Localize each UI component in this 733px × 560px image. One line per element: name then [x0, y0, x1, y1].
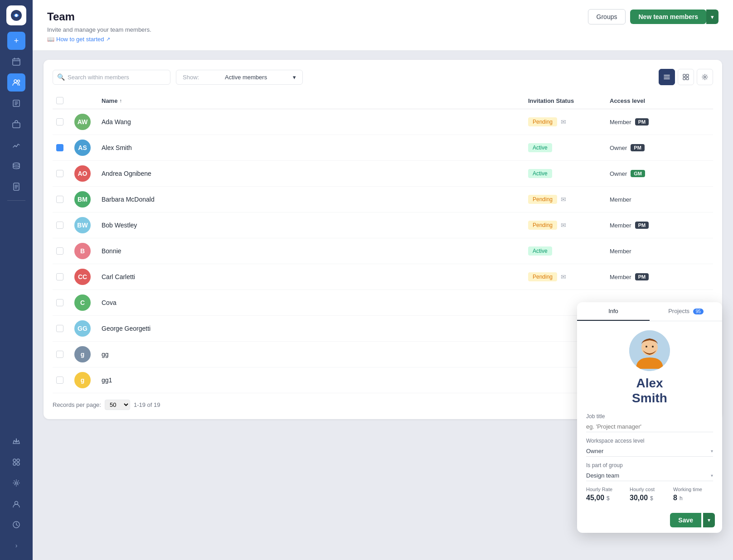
sidebar-item-crown[interactable] [7, 432, 25, 450]
select-all-checkbox[interactable] [56, 97, 74, 104]
table-settings-button[interactable] [697, 69, 713, 85]
sidebar-item-database[interactable] [7, 157, 25, 175]
row-invitation-status: Pending ✉ [528, 272, 610, 281]
row-member-name[interactable]: George Georgetti [102, 325, 528, 332]
sidebar-item-file[interactable] [7, 178, 25, 196]
row-avatar: AO [74, 165, 102, 182]
projects-count-badge: 95 [693, 309, 704, 314]
group-field: Is part of group Design team ▾ [586, 462, 713, 481]
new-team-members-button[interactable]: New team members [630, 10, 706, 24]
pending-badge: Pending [528, 221, 557, 230]
row-checkbox[interactable] [56, 170, 74, 177]
search-input[interactable] [53, 70, 170, 85]
row-avatar: C [74, 294, 102, 311]
sidebar-item-calendar[interactable] [7, 53, 25, 71]
row-member-name[interactable]: Cova [102, 299, 528, 306]
row-member-name[interactable]: Carl Carletti [102, 273, 528, 280]
hourly-cost-label: Hourly cost [630, 487, 670, 492]
show-filter[interactable]: Show: Active members ▾ [176, 70, 303, 85]
row-checkbox[interactable] [56, 247, 74, 255]
info-tab[interactable]: Info [577, 302, 650, 321]
row-invitation-status: Active [528, 169, 610, 178]
member-side-panel: Info Projects 95 [577, 302, 722, 533]
svg-point-7 [13, 163, 19, 165]
svg-rect-19 [686, 77, 689, 80]
group-select[interactable]: Design team ▾ [586, 470, 713, 481]
projects-tab[interactable]: Projects 95 [650, 302, 722, 321]
sidebar-item-expand[interactable]: › [7, 536, 25, 555]
row-invitation-status: Active [528, 143, 610, 152]
mail-icon[interactable]: ✉ [561, 118, 566, 126]
workspace-access-select[interactable]: Owner ▾ [586, 446, 713, 457]
row-access-level: Owner GM [610, 170, 682, 177]
new-team-members-dropdown[interactable]: ▾ [706, 10, 718, 24]
row-member-name[interactable]: Barbara McDonald [102, 196, 528, 203]
svg-rect-6 [13, 123, 20, 128]
row-checkbox[interactable] [56, 118, 74, 126]
pagination-range: 1-19 of 19 [134, 401, 160, 408]
groups-button[interactable]: Groups [588, 9, 626, 24]
save-dropdown-button[interactable]: ▾ [703, 513, 715, 527]
row-access-level: Member PM [610, 273, 682, 280]
hourly-cost-unit: $ [650, 495, 653, 502]
sidebar-item-add[interactable]: + [7, 32, 25, 50]
sidebar-item-briefcase[interactable] [7, 115, 25, 133]
job-title-input[interactable] [586, 421, 713, 432]
external-link-icon: ↗ [106, 36, 110, 42]
mail-icon[interactable]: ✉ [561, 196, 566, 203]
row-checkbox[interactable] [56, 351, 74, 358]
row-member-name[interactable]: gg1 [102, 377, 528, 384]
sidebar-item-reports[interactable] [7, 94, 25, 112]
table-row: AW Ada Wang Pending ✉ Member PM [53, 109, 713, 135]
row-member-name[interactable]: Ada Wang [102, 118, 528, 126]
row-avatar: g [74, 346, 102, 362]
row-checkbox[interactable] [56, 273, 74, 280]
row-checkbox[interactable] [56, 144, 74, 151]
row-member-name[interactable]: Alex Smith [102, 144, 528, 151]
sidebar-item-chart[interactable] [7, 136, 25, 154]
row-member-name[interactable]: Bob Westley [102, 222, 528, 229]
row-avatar: g [74, 372, 102, 388]
working-time-col: Working time 8 h [673, 487, 713, 502]
search-icon: 🔍 [57, 73, 65, 81]
records-per-page-label: Records per page: [53, 401, 101, 408]
grid-view-button[interactable] [678, 69, 694, 85]
row-checkbox[interactable] [56, 196, 74, 203]
working-time-label: Working time [673, 487, 713, 492]
mail-icon[interactable]: ✉ [561, 222, 566, 229]
sidebar-item-integrations[interactable] [7, 453, 25, 471]
row-member-name[interactable]: Bonnie [102, 247, 528, 255]
mail-icon[interactable]: ✉ [561, 273, 566, 280]
hourly-rate-value: 45,00 [586, 494, 604, 502]
getting-started-link[interactable]: 📖 How to get started ↗ [47, 36, 110, 43]
sidebar-item-profile[interactable] [7, 495, 25, 513]
table-header: Name ↑ Invitation Status Access level [53, 92, 713, 109]
records-per-page-select[interactable]: 50 25 100 [105, 400, 130, 410]
svg-point-24 [652, 346, 654, 348]
content-area: 🔍 Show: Active members ▾ [33, 51, 733, 560]
table-row: AO Andrea Ognibene Active Owner GM [53, 161, 713, 187]
row-checkbox[interactable] [56, 299, 74, 306]
table-row: B Bonnie Active Member [53, 238, 713, 264]
row-checkbox[interactable] [56, 377, 74, 384]
sidebar-item-settings[interactable] [7, 474, 25, 492]
row-access-level: Member PM [610, 118, 682, 126]
side-panel-body: Alex Smith Job title Workspace access le… [577, 321, 722, 509]
table-row: AS Alex Smith Active Owner PM [53, 135, 713, 161]
row-avatar: GG [74, 320, 102, 337]
row-checkbox[interactable] [56, 325, 74, 332]
table-row: CC Carl Carletti Pending ✉ Member PM [53, 264, 713, 290]
name-column-header[interactable]: Name ↑ [102, 97, 528, 104]
list-view-button[interactable] [659, 69, 675, 85]
sidebar-item-history[interactable] [7, 516, 25, 534]
row-checkbox[interactable] [56, 222, 74, 229]
pm-badge: PM [635, 118, 649, 126]
side-panel-footer: Save ▾ [577, 509, 722, 533]
save-button[interactable]: Save [670, 513, 701, 527]
working-time-unit: h [680, 495, 683, 502]
sidebar-item-team[interactable] [7, 73, 25, 92]
pm-badge: PM [635, 273, 649, 280]
row-member-name[interactable]: gg [102, 351, 528, 358]
row-avatar: AW [74, 114, 102, 130]
row-member-name[interactable]: Andrea Ognibene [102, 170, 528, 177]
